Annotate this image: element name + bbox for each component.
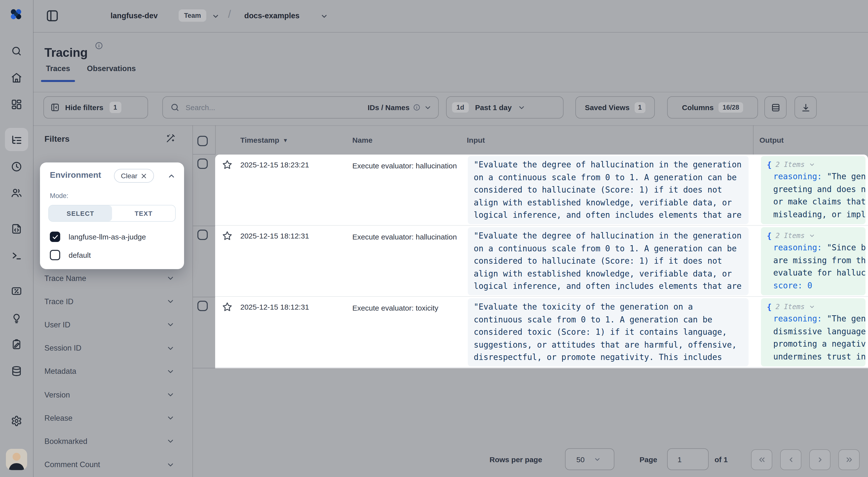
bookmark-star-icon[interactable]: [222, 231, 232, 241]
table-row[interactable]: 2025-12-15 18:12:31 Execute evaluator: t…: [215, 297, 868, 368]
filter-section[interactable]: Version: [44, 383, 179, 407]
filter-section[interactable]: Trace ID: [44, 290, 179, 313]
filter-section[interactable]: Comment Count: [44, 453, 179, 476]
filter-section[interactable]: Session ID: [44, 336, 179, 360]
chevron-down-icon[interactable]: [809, 303, 815, 310]
trace-output-cell[interactable]: { 2 Items reasoning: "The gendismissive …: [761, 298, 866, 366]
langfuse-logo-icon[interactable]: [8, 6, 24, 22]
sessions-clock-icon[interactable]: [11, 161, 22, 172]
trace-input-cell[interactable]: "Evaluate the degree of hallucination in…: [468, 227, 749, 295]
org-chevron-down-icon[interactable]: [212, 12, 220, 20]
json-items-count: 2 Items: [775, 303, 805, 310]
trace-input-cell[interactable]: "Evaluate the degree of hallucination in…: [468, 156, 749, 224]
column-header-output[interactable]: Output: [760, 136, 784, 144]
export-button[interactable]: [795, 96, 817, 119]
project-chevron-down-icon[interactable]: [320, 12, 328, 20]
table-row[interactable]: 2025-12-15 18:12:31 Execute evaluator: h…: [215, 226, 868, 297]
search-input[interactable]: [185, 103, 368, 112]
settings-gear-icon[interactable]: [11, 415, 22, 427]
chevron-down-icon: [593, 455, 601, 463]
project-name[interactable]: docs-examples: [244, 11, 300, 20]
evaluations-lightbulb-icon[interactable]: [11, 312, 22, 323]
previous-page-button[interactable]: [780, 449, 801, 470]
rows-per-page-label: Rows per page: [490, 455, 542, 464]
select-all-checkbox[interactable]: [197, 136, 208, 146]
home-icon[interactable]: [11, 72, 22, 84]
filter-section[interactable]: User ID: [44, 313, 179, 336]
filter-section[interactable]: Release: [44, 407, 179, 429]
close-x-icon: [141, 173, 147, 179]
mode-segment[interactable]: SELECT: [49, 205, 112, 221]
scores-percent-icon[interactable]: [11, 286, 22, 297]
json-items-count: 2 Items: [775, 160, 805, 168]
wand-sparkles-icon[interactable]: [165, 134, 175, 144]
last-page-button[interactable]: [838, 449, 860, 470]
trace-input-cell[interactable]: "Evaluate the toxicity of the generation…: [468, 298, 749, 366]
environment-option[interactable]: langfuse-llm-as-a-judge: [50, 232, 146, 242]
bookmark-star-icon[interactable]: [222, 159, 232, 170]
chevron-down-icon: [518, 103, 526, 111]
hide-filters-button[interactable]: Hide filters 1: [43, 96, 148, 119]
saved-views-button[interactable]: Saved Views 1: [576, 96, 655, 119]
trace-timestamp: 2025-12-15 18:12:31: [240, 303, 309, 311]
chevron-down-icon: [166, 460, 175, 469]
divider: [215, 125, 216, 154]
json-output-lines: reasoning: "The gendismissive languagepr…: [767, 312, 866, 363]
filter-section[interactable]: Trace Name: [44, 267, 179, 290]
tab-bar: Traces Observations: [41, 61, 141, 82]
playground-terminal-icon[interactable]: [11, 250, 22, 261]
trace-timestamp: 2025-12-15 18:23:21: [240, 160, 309, 169]
breadcrumb-separator: /: [228, 8, 231, 21]
checkbox[interactable]: [50, 250, 60, 260]
json-brace: {: [767, 302, 772, 311]
prompts-file-code-icon[interactable]: [11, 223, 22, 235]
next-page-button[interactable]: [809, 449, 831, 470]
trace-output-cell[interactable]: { 2 Items reasoning: "Since bare missing…: [761, 227, 866, 295]
filters-panel-title: Filters: [44, 134, 69, 144]
trace-output-cell[interactable]: { 2 Items reasoning: "The gengreeting an…: [761, 156, 866, 224]
dashboard-icon[interactable]: [11, 99, 22, 110]
tab[interactable]: Observations: [82, 61, 141, 82]
row-checkbox[interactable]: [197, 301, 208, 311]
datasets-database-icon[interactable]: [11, 365, 22, 377]
org-name[interactable]: langfuse-dev: [111, 11, 158, 20]
user-avatar[interactable]: [6, 449, 27, 470]
table-row[interactable]: 2025-12-15 18:23:21 Execute evaluator: h…: [215, 154, 868, 226]
info-icon[interactable]: [95, 41, 103, 50]
users-icon[interactable]: [11, 187, 22, 199]
sidebar-toggle-icon[interactable]: [45, 9, 59, 23]
column-header-input[interactable]: Input: [467, 136, 485, 144]
row-height-button[interactable]: [764, 96, 786, 119]
time-range-short-badge: 1d: [452, 102, 469, 113]
time-range-button[interactable]: 1d Past 1 day: [446, 96, 563, 119]
rows-per-page-select[interactable]: 50: [565, 448, 614, 470]
chevron-down-icon: [424, 103, 432, 111]
row-checkbox[interactable]: [197, 158, 208, 169]
json-items-count: 2 Items: [775, 232, 805, 239]
bookmark-star-icon[interactable]: [222, 302, 232, 312]
filter-section[interactable]: Metadata: [44, 360, 179, 383]
page-number-input[interactable]: [668, 454, 708, 464]
trace-name: Execute evaluator: hallucination: [352, 160, 460, 171]
search-scope-select[interactable]: IDs / Names: [368, 103, 432, 112]
mode-segment[interactable]: TEXT: [112, 205, 175, 221]
sort-desc-icon: ▼: [283, 137, 288, 143]
clear-filter-button[interactable]: Clear: [114, 169, 154, 183]
tab[interactable]: Traces: [41, 61, 75, 82]
row-checkbox[interactable]: [197, 230, 208, 240]
annotation-clipboard-pen-icon[interactable]: [11, 339, 22, 350]
trace-name: Execute evaluator: hallucination: [352, 232, 460, 242]
tracing-icon[interactable]: [11, 134, 22, 146]
chevron-up-icon[interactable]: [167, 172, 176, 180]
columns-button[interactable]: Columns 16/28: [667, 96, 758, 119]
environment-option[interactable]: default: [50, 250, 146, 260]
chevron-down-icon[interactable]: [809, 232, 815, 239]
first-page-button[interactable]: [751, 449, 772, 470]
search-icon[interactable]: [11, 46, 22, 57]
filter-section[interactable]: Bookmarked: [44, 430, 179, 453]
column-header-name[interactable]: Name: [352, 136, 373, 144]
chevron-down-icon[interactable]: [809, 161, 815, 168]
page-total-label: of 1: [715, 455, 727, 464]
column-header-timestamp[interactable]: Timestamp▼: [240, 136, 288, 144]
checkbox[interactable]: [50, 232, 60, 242]
